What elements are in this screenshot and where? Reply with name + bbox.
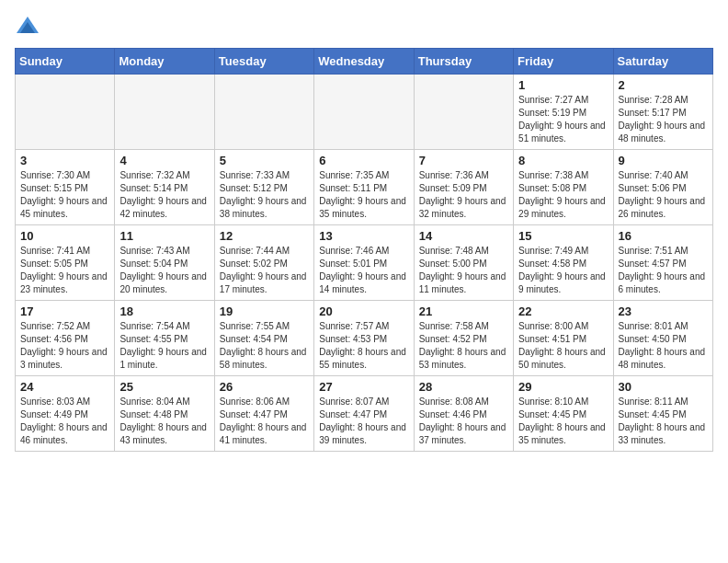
day-number: 18: [119, 304, 209, 318]
calendar-header-monday: Monday: [115, 49, 214, 75]
day-number: 9: [619, 154, 708, 167]
calendar-week-row: 24Sunrise: 8:03 AM Sunset: 4:49 PM Dayli…: [16, 376, 713, 452]
calendar-cell: 12Sunrise: 7:44 AM Sunset: 5:02 PM Dayli…: [214, 225, 313, 301]
calendar-cell: 25Sunrise: 8:04 AM Sunset: 4:48 PM Dayli…: [115, 376, 214, 452]
page-header: [15, 15, 713, 40]
day-info: Sunrise: 7:51 AM Sunset: 4:57 PM Dayligh…: [619, 245, 708, 296]
day-info: Sunrise: 8:04 AM Sunset: 4:48 PM Dayligh…: [119, 396, 209, 447]
day-info: Sunrise: 7:48 AM Sunset: 5:00 PM Dayligh…: [419, 245, 508, 296]
calendar-cell: 24Sunrise: 8:03 AM Sunset: 4:49 PM Dayli…: [16, 376, 115, 452]
day-number: 14: [419, 229, 508, 243]
day-info: Sunrise: 8:01 AM Sunset: 4:50 PM Dayligh…: [619, 320, 708, 372]
calendar-cell: [115, 75, 214, 150]
day-number: 15: [518, 229, 608, 243]
day-info: Sunrise: 8:06 AM Sunset: 4:47 PM Dayligh…: [220, 396, 309, 447]
calendar-cell: 29Sunrise: 8:10 AM Sunset: 4:45 PM Dayli…: [514, 376, 613, 452]
day-info: Sunrise: 8:08 AM Sunset: 4:46 PM Dayligh…: [419, 396, 508, 447]
calendar-cell: 21Sunrise: 7:58 AM Sunset: 4:52 PM Dayli…: [414, 301, 513, 376]
day-info: Sunrise: 8:11 AM Sunset: 4:45 PM Dayligh…: [619, 396, 708, 447]
calendar-header-saturday: Saturday: [613, 49, 712, 75]
day-number: 17: [20, 304, 109, 318]
day-number: 26: [220, 380, 309, 394]
day-number: 13: [319, 229, 408, 243]
calendar-week-row: 17Sunrise: 7:52 AM Sunset: 4:56 PM Dayli…: [16, 301, 713, 376]
day-number: 25: [119, 380, 209, 394]
day-info: Sunrise: 7:55 AM Sunset: 4:54 PM Dayligh…: [220, 320, 309, 372]
calendar-cell: 16Sunrise: 7:51 AM Sunset: 4:57 PM Dayli…: [613, 225, 712, 301]
day-number: 22: [518, 304, 608, 318]
day-info: Sunrise: 7:43 AM Sunset: 5:04 PM Dayligh…: [119, 245, 209, 296]
day-info: Sunrise: 7:57 AM Sunset: 4:53 PM Dayligh…: [319, 320, 408, 372]
day-number: 7: [419, 154, 508, 167]
day-info: Sunrise: 7:35 AM Sunset: 5:11 PM Dayligh…: [319, 169, 408, 221]
day-number: 30: [619, 380, 708, 394]
day-info: Sunrise: 7:54 AM Sunset: 4:55 PM Dayligh…: [119, 320, 209, 372]
calendar-cell: 18Sunrise: 7:54 AM Sunset: 4:55 PM Dayli…: [115, 301, 214, 376]
calendar-cell: 9Sunrise: 7:40 AM Sunset: 5:06 PM Daylig…: [613, 150, 712, 225]
day-number: 19: [220, 304, 309, 318]
day-info: Sunrise: 8:10 AM Sunset: 4:45 PM Dayligh…: [518, 396, 608, 447]
calendar-cell: 22Sunrise: 8:00 AM Sunset: 4:51 PM Dayli…: [514, 301, 613, 376]
calendar-cell: 11Sunrise: 7:43 AM Sunset: 5:04 PM Dayli…: [115, 225, 214, 301]
calendar-cell: 6Sunrise: 7:35 AM Sunset: 5:11 PM Daylig…: [314, 150, 414, 225]
calendar-cell: 2Sunrise: 7:28 AM Sunset: 5:17 PM Daylig…: [613, 75, 712, 150]
calendar-week-row: 1Sunrise: 7:27 AM Sunset: 5:19 PM Daylig…: [16, 75, 713, 150]
calendar-cell: 10Sunrise: 7:41 AM Sunset: 5:05 PM Dayli…: [16, 225, 115, 301]
calendar-cell: 20Sunrise: 7:57 AM Sunset: 4:53 PM Dayli…: [314, 301, 414, 376]
day-info: Sunrise: 7:33 AM Sunset: 5:12 PM Dayligh…: [220, 169, 309, 221]
calendar-header-sunday: Sunday: [16, 49, 115, 75]
day-info: Sunrise: 8:07 AM Sunset: 4:47 PM Dayligh…: [319, 396, 408, 447]
day-number: 6: [319, 154, 408, 167]
calendar-cell: 30Sunrise: 8:11 AM Sunset: 4:45 PM Dayli…: [613, 376, 712, 452]
calendar-cell: [314, 75, 414, 150]
logo: [15, 15, 44, 40]
calendar-header-wednesday: Wednesday: [314, 49, 414, 75]
day-info: Sunrise: 7:38 AM Sunset: 5:08 PM Dayligh…: [518, 169, 608, 221]
calendar-body: 1Sunrise: 7:27 AM Sunset: 5:19 PM Daylig…: [16, 75, 713, 452]
calendar-cell: 19Sunrise: 7:55 AM Sunset: 4:54 PM Dayli…: [214, 301, 313, 376]
day-info: Sunrise: 7:41 AM Sunset: 5:05 PM Dayligh…: [20, 245, 109, 296]
day-number: 21: [419, 304, 508, 318]
day-info: Sunrise: 7:32 AM Sunset: 5:14 PM Dayligh…: [119, 169, 209, 221]
day-number: 16: [619, 229, 708, 243]
day-number: 5: [220, 154, 309, 167]
day-number: 2: [619, 78, 708, 92]
calendar-cell: 26Sunrise: 8:06 AM Sunset: 4:47 PM Dayli…: [214, 376, 313, 452]
day-info: Sunrise: 7:36 AM Sunset: 5:09 PM Dayligh…: [419, 169, 508, 221]
calendar-cell: 3Sunrise: 7:30 AM Sunset: 5:15 PM Daylig…: [16, 150, 115, 225]
calendar-cell: [214, 75, 313, 150]
calendar-cell: 13Sunrise: 7:46 AM Sunset: 5:01 PM Dayli…: [314, 225, 414, 301]
day-info: Sunrise: 7:28 AM Sunset: 5:17 PM Dayligh…: [619, 94, 708, 145]
day-number: 12: [220, 229, 309, 243]
calendar-cell: 1Sunrise: 7:27 AM Sunset: 5:19 PM Daylig…: [514, 75, 613, 150]
day-info: Sunrise: 8:00 AM Sunset: 4:51 PM Dayligh…: [518, 320, 608, 372]
day-number: 24: [20, 380, 109, 394]
day-number: 10: [20, 229, 109, 243]
calendar-week-row: 10Sunrise: 7:41 AM Sunset: 5:05 PM Dayli…: [16, 225, 713, 301]
calendar-cell: 28Sunrise: 8:08 AM Sunset: 4:46 PM Dayli…: [414, 376, 513, 452]
day-info: Sunrise: 7:27 AM Sunset: 5:19 PM Dayligh…: [518, 94, 608, 145]
day-number: 8: [518, 154, 608, 167]
day-info: Sunrise: 7:46 AM Sunset: 5:01 PM Dayligh…: [319, 245, 408, 296]
day-number: 3: [20, 154, 109, 167]
calendar-cell: 4Sunrise: 7:32 AM Sunset: 5:14 PM Daylig…: [115, 150, 214, 225]
calendar-table: SundayMondayTuesdayWednesdayThursdayFrid…: [15, 48, 713, 452]
day-number: 23: [619, 304, 708, 318]
day-info: Sunrise: 8:03 AM Sunset: 4:49 PM Dayligh…: [20, 396, 109, 447]
calendar-header-tuesday: Tuesday: [214, 49, 313, 75]
calendar-cell: 23Sunrise: 8:01 AM Sunset: 4:50 PM Dayli…: [613, 301, 712, 376]
calendar-cell: 14Sunrise: 7:48 AM Sunset: 5:00 PM Dayli…: [414, 225, 513, 301]
calendar-cell: 8Sunrise: 7:38 AM Sunset: 5:08 PM Daylig…: [514, 150, 613, 225]
calendar-cell: 27Sunrise: 8:07 AM Sunset: 4:47 PM Dayli…: [314, 376, 414, 452]
day-number: 1: [518, 78, 608, 92]
calendar-cell: 17Sunrise: 7:52 AM Sunset: 4:56 PM Dayli…: [16, 301, 115, 376]
day-info: Sunrise: 7:30 AM Sunset: 5:15 PM Dayligh…: [20, 169, 109, 221]
calendar-header-friday: Friday: [514, 49, 613, 75]
calendar-week-row: 3Sunrise: 7:30 AM Sunset: 5:15 PM Daylig…: [16, 150, 713, 225]
day-info: Sunrise: 7:40 AM Sunset: 5:06 PM Dayligh…: [619, 169, 708, 221]
day-number: 27: [319, 380, 408, 394]
day-info: Sunrise: 7:49 AM Sunset: 4:58 PM Dayligh…: [518, 245, 608, 296]
calendar-cell: 15Sunrise: 7:49 AM Sunset: 4:58 PM Dayli…: [514, 225, 613, 301]
day-info: Sunrise: 7:58 AM Sunset: 4:52 PM Dayligh…: [419, 320, 508, 372]
day-info: Sunrise: 7:44 AM Sunset: 5:02 PM Dayligh…: [220, 245, 309, 296]
